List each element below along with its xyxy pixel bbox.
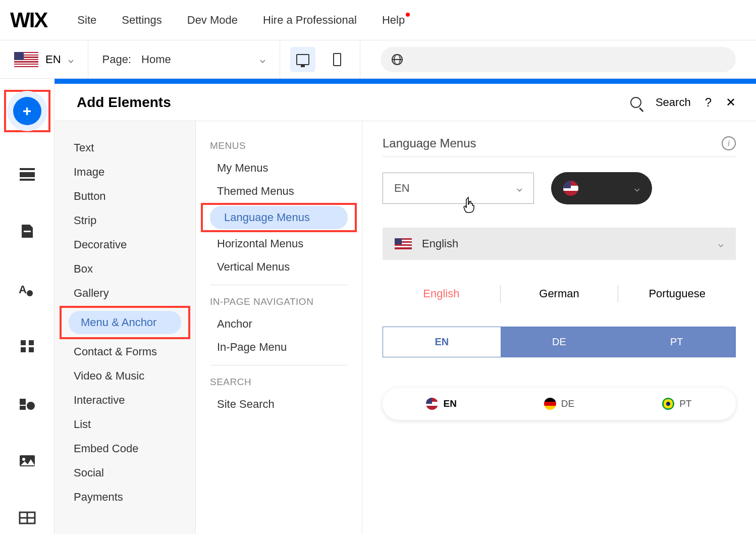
top-bar: WIX Site Settings Dev Mode Hire a Profes… <box>0 0 756 40</box>
tab-english[interactable]: English <box>383 283 500 304</box>
flag-item-pt[interactable]: PT <box>618 398 736 410</box>
editor-frame-strip <box>55 79 756 84</box>
item-themed-menus[interactable]: Themed Menus <box>203 180 355 203</box>
svg-rect-10 <box>20 406 26 410</box>
dropdown-value: English <box>422 237 458 250</box>
us-flag-icon <box>14 52 38 67</box>
svg-rect-1 <box>20 172 35 177</box>
cat-contact-forms[interactable]: Contact & Forms <box>62 340 188 363</box>
cat-gallery[interactable]: Gallery <box>62 282 188 305</box>
cat-list[interactable]: List <box>62 413 188 436</box>
lang-dropdown-dark[interactable]: ⌵ <box>551 172 652 204</box>
url-area <box>360 40 756 78</box>
section-search-header: SEARCH <box>196 371 362 393</box>
item-language-menus[interactable]: Language Menus <box>210 206 348 229</box>
page-selector[interactable]: Page: Home ⌵ <box>88 40 280 78</box>
design-icon: A <box>19 281 36 296</box>
code-tab-de[interactable]: DE <box>501 327 618 357</box>
menu-site[interactable]: Site <box>77 14 96 27</box>
desktop-icon <box>296 54 309 65</box>
cursor-pointer-icon <box>463 196 477 217</box>
search-icon <box>630 97 641 108</box>
category-list: Text Image Button Strip Decorative Box G… <box>55 121 196 534</box>
search-button[interactable]: Search <box>656 96 691 109</box>
panel-header-actions: Search ? ✕ <box>630 95 736 110</box>
cat-image[interactable]: Image <box>62 161 188 184</box>
svg-rect-6 <box>29 340 34 345</box>
divider <box>210 285 348 285</box>
apps-icon <box>19 338 36 353</box>
highlight-menu-anchor: Menu & Anchor <box>60 306 190 339</box>
plus-icon: + <box>13 97 41 125</box>
mobile-icon <box>333 53 341 66</box>
highlight-language-menus: Language Menus <box>201 203 357 232</box>
svg-rect-7 <box>21 347 26 352</box>
lang-tabs-code: EN DE PT <box>383 327 736 357</box>
notification-dot <box>406 13 410 17</box>
cat-menu-anchor[interactable]: Menu & Anchor <box>69 311 181 334</box>
cat-decorative[interactable]: Decorative <box>62 233 188 256</box>
item-vertical-menus[interactable]: Vertical Menus <box>203 255 355 279</box>
item-my-menus[interactable]: My Menus <box>203 156 355 180</box>
add-elements-panel: Add Elements Search ? ✕ Text Image Butto… <box>55 84 756 534</box>
tab-portuguese[interactable]: Portuguese <box>618 283 736 304</box>
item-horizontal-menus[interactable]: Horizontal Menus <box>203 232 355 255</box>
us-flag-icon <box>395 238 412 249</box>
sidebar-sections-button[interactable] <box>10 157 45 190</box>
subcategory-list: MENUS My Menus Themed Menus Language Men… <box>196 121 362 534</box>
item-site-search[interactable]: Site Search <box>203 393 355 416</box>
divider <box>383 156 736 157</box>
sidebar-design-button[interactable]: A <box>10 273 45 305</box>
cat-video-music[interactable]: Video & Music <box>62 364 188 388</box>
svg-rect-0 <box>20 168 35 170</box>
svg-rect-2 <box>20 179 35 181</box>
close-button[interactable]: ✕ <box>726 95 736 110</box>
svg-point-13 <box>22 458 25 461</box>
cat-box[interactable]: Box <box>62 257 188 281</box>
cat-strip[interactable]: Strip <box>62 209 188 232</box>
svg-rect-9 <box>20 399 26 405</box>
menu-hire[interactable]: Hire a Professional <box>263 14 357 27</box>
grid-icon <box>19 510 36 525</box>
section-menus-header: MENUS <box>196 135 362 156</box>
cat-interactive[interactable]: Interactive <box>62 389 188 412</box>
lang-dropdown-flat[interactable]: English ⌵ <box>383 228 736 260</box>
main: + A Add Elements Search ? <box>0 84 756 534</box>
svg-text:A: A <box>19 283 27 296</box>
device-selector <box>280 40 360 78</box>
info-icon[interactable]: i <box>722 136 736 150</box>
sidebar-content-button[interactable] <box>10 502 45 534</box>
divider <box>210 365 348 365</box>
cat-payments[interactable]: Payments <box>62 486 188 509</box>
us-flag-icon <box>426 398 438 410</box>
help-button[interactable]: ? <box>705 95 712 110</box>
code-tab-en[interactable]: EN <box>383 327 501 357</box>
flag-item-en[interactable]: EN <box>383 398 500 410</box>
cat-embed-code[interactable]: Embed Code <box>62 437 188 460</box>
menu-dev-mode[interactable]: Dev Mode <box>187 14 238 27</box>
menu-help[interactable]: Help <box>382 14 405 27</box>
lang-dropdown-plain[interactable]: EN ⌵ <box>383 173 534 204</box>
language-switcher[interactable]: EN ⌵ <box>0 40 88 78</box>
desktop-view-button[interactable] <box>290 47 315 72</box>
chevron-down-icon: ⌵ <box>517 183 522 194</box>
sidebar-appmarket-button[interactable] <box>10 387 45 419</box>
url-bar[interactable] <box>381 47 736 72</box>
flag-item-de[interactable]: DE <box>500 398 618 410</box>
sidebar-media-button[interactable] <box>10 445 45 477</box>
section-inpage-header: IN-PAGE NAVIGATION <box>196 291 362 312</box>
cat-social[interactable]: Social <box>62 461 188 485</box>
wix-logo: WIX <box>10 8 47 32</box>
mobile-view-button[interactable] <box>325 47 350 72</box>
item-inpage-menu[interactable]: In-Page Menu <box>203 336 355 359</box>
code-tab-pt[interactable]: PT <box>618 327 735 357</box>
tab-german[interactable]: German <box>501 283 618 304</box>
sidebar-apps-button[interactable] <box>10 330 45 362</box>
cat-button[interactable]: Button <box>62 185 188 208</box>
add-elements-button[interactable]: + <box>4 90 50 132</box>
menu-settings[interactable]: Settings <box>122 14 162 27</box>
sidebar-pages-button[interactable] <box>10 215 45 247</box>
cat-text[interactable]: Text <box>62 136 188 159</box>
preview-row-dropdowns: EN ⌵ ⌵ <box>383 172 736 204</box>
item-anchor[interactable]: Anchor <box>203 312 355 336</box>
